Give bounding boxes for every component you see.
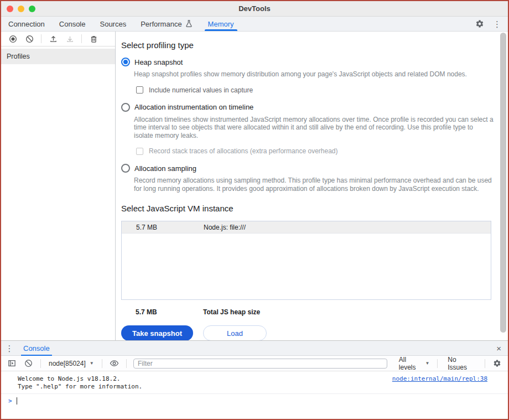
issues-counter[interactable]: No Issues [443,356,479,371]
load-profile-icon[interactable] [46,32,60,45]
vm-instance-name: Node.js: file:/// [204,224,246,231]
record-profile-icon[interactable] [6,32,20,45]
radio-icon[interactable] [121,58,130,66]
checkbox-include-numerical-values[interactable]: Include numerical values in capture [136,86,494,94]
checkbox-record-stack-traces: Record stack traces of allocations (extr… [136,147,494,155]
option-description: Allocation timelines show instrumented J… [134,116,494,140]
take-snapshot-button[interactable]: Take snapshot [121,325,193,340]
checkbox-icon [136,148,143,155]
devtools-window: DevTools Connection Console Sources Perf… [0,0,509,420]
toolbar-separator [81,34,82,43]
console-toolbar: node[85024] ▼ All levels ▼ No Issues [1,356,508,371]
drawer-more-options-icon[interactable]: ⋮ [1,341,18,355]
settings-gear-icon[interactable] [475,19,484,28]
execution-context-selector[interactable]: node[85024] ▼ [46,360,96,367]
drawer-header: ⋮ Console × [1,341,508,356]
toolbar-separator [102,359,102,368]
tab-performance[interactable]: Performance [133,17,200,31]
total-heap-label: Total JS heap size [203,308,260,316]
console-messages: Welcome to Node.js v18.18.2. Type ".help… [1,371,508,419]
sidebar-item-profiles[interactable]: Profiles [1,49,115,64]
traffic-lights [7,1,35,16]
tabbar-right: ⋮ [475,17,508,31]
vm-instance-heading: Select JavaScript VM instance [121,204,494,213]
radio-option-heap-snapshot[interactable]: Heap snapshot [121,58,494,66]
option-description: Record memory allocations using sampling… [134,177,494,193]
total-heap-size: 5.7 MB [121,308,203,316]
levels-label: All levels [399,356,422,371]
option-label: Allocation sampling [134,164,196,173]
clear-profiles-icon[interactable] [22,32,37,45]
more-options-icon[interactable]: ⋮ [493,20,501,28]
toolbar-separator [40,359,41,368]
text-cursor [17,397,17,405]
profiles-toolbar [1,32,115,46]
tab-connection[interactable]: Connection [1,17,52,31]
console-filter-input[interactable] [133,359,387,369]
toolbar-separator [437,359,438,368]
console-sidebar-toggle-icon[interactable] [6,357,19,370]
tab-sources[interactable]: Sources [92,17,133,31]
memory-panel: Select profiling type Heap snapshot Heap… [116,32,508,340]
radio-icon[interactable] [121,103,130,112]
vm-heap-size: 5.7 MB [122,224,204,231]
profiles-label: Profiles [7,53,30,60]
context-label: node[85024] [49,360,86,367]
save-profile-icon[interactable] [63,32,77,45]
tab-memory[interactable]: Memory [201,17,241,31]
console-drawer: ⋮ Console × node[85024] ▼ [1,340,508,419]
radio-option-allocation-sampling[interactable]: Allocation sampling [121,164,494,173]
tab-label: Sources [100,20,126,28]
console-message: Welcome to Node.js v18.18.2. Type ".help… [1,371,508,394]
vm-instance-row[interactable]: 5.7 MB Node.js: file:/// [122,221,491,234]
toolbar-separator [41,34,41,43]
checkbox-label: Include numerical values in capture [149,86,253,94]
checkbox-label: Record stack traces of allocations (extr… [149,147,338,155]
titlebar: DevTools [1,1,508,17]
close-window-button[interactable] [7,6,13,12]
tab-label: Console [59,20,86,28]
console-settings-gear-icon[interactable] [490,357,503,370]
clear-console-icon[interactable] [22,357,35,370]
close-drawer-icon[interactable]: × [490,341,508,355]
fullscreen-window-button[interactable] [29,6,35,12]
option-description: Heap snapshot profiles show memory distr… [134,70,494,79]
drawer-tab-console[interactable]: Console [21,341,52,355]
checkbox-icon[interactable] [136,86,143,94]
option-label: Allocation instrumentation on timeline [134,103,253,111]
vm-instance-table: 5.7 MB Node.js: file:/// [121,221,491,300]
vertical-scrollbar[interactable] [500,33,506,333]
tab-label: Memory [208,20,234,28]
source-location-link[interactable]: node:internal/main/repl:38 [392,375,487,383]
radio-icon[interactable] [121,164,130,173]
toolbar-separator [485,359,485,368]
delete-profile-icon[interactable] [86,32,101,45]
content-row: Profiles Select profiling type Heap snap… [1,32,508,340]
radio-option-allocation-timeline[interactable]: Allocation instrumentation on timeline [121,103,494,112]
drawer-tab-label: Console [23,344,50,352]
chevron-down-icon: ▼ [90,361,94,366]
prompt-chevron-icon: > [8,397,12,405]
tab-console[interactable]: Console [52,17,93,31]
chevron-down-icon: ▼ [425,361,429,366]
action-buttons: Take snapshot Load [121,325,494,340]
minimize-window-button[interactable] [18,6,24,12]
message-line: Welcome to Node.js v18.18.2. [18,375,386,383]
window-title: DevTools [238,4,271,13]
toolbar-separator [126,359,127,368]
profiles-sidebar: Profiles [1,32,116,340]
tab-label: Connection [8,20,45,28]
option-label: Heap snapshot [134,58,183,66]
flask-icon [185,19,194,28]
log-levels-dropdown[interactable]: All levels ▼ [397,356,432,371]
profiling-type-heading: Select profiling type [121,40,494,50]
tab-label: Performance [141,20,181,28]
live-expression-eye-icon[interactable] [108,357,121,370]
total-heap-row: 5.7 MB Total JS heap size [121,308,494,316]
message-line: Type ".help" for more information. [18,383,386,391]
console-prompt[interactable]: > [1,394,508,405]
main-tabbar: Connection Console Sources Performance M… [1,17,508,32]
load-button[interactable]: Load [203,325,267,340]
